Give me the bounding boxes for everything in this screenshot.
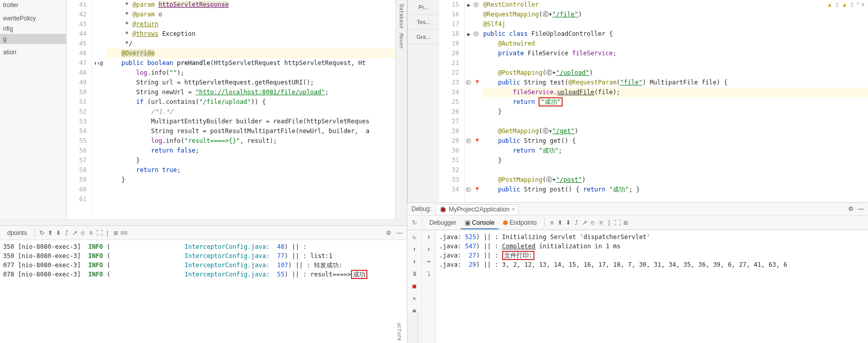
log-line: .java: 29) || : 3, 2, 12, 13, 14, 15, 16… [439, 260, 865, 269]
debug-label: Debug: [411, 205, 431, 212]
endpoints-tab[interactable]: dpoints [3, 227, 31, 239]
structure-side-tab[interactable]: ucture [397, 323, 402, 341]
log-line: .java: 27) || : 文件打印: [439, 251, 865, 260]
log-line: 350 [nio-8080-exec-3] INFO ( Interceptor… [3, 251, 404, 261]
debug-toolbar-icon[interactable]: ⛶ [613, 219, 622, 227]
debug-tab-console[interactable]: ▣ Console [461, 217, 499, 229]
debug-toolbar-icon[interactable]: ≡ [597, 219, 605, 227]
warning-icon[interactable]: ▲ [827, 2, 833, 8]
debug-action-icon[interactable]: ⏸ [410, 269, 419, 278]
vert-tab-project[interactable]: Pr... [408, 0, 439, 15]
left-side-tool-strip[interactable]: Database Maven [396, 0, 407, 219]
right-code-area[interactable]: @RestController@RequestMapping(ⓒ▾"/file"… [481, 0, 868, 202]
debug-toolbar-icon[interactable]: ≡ [548, 219, 556, 227]
nav-chevrons[interactable]: ^ ∨ [857, 1, 865, 8]
run-config-tab[interactable]: 🐞 MyProject2Application × [436, 204, 519, 214]
nav-item[interactable]: g [0, 34, 66, 44]
toolbar-icon[interactable]: ⬆ [46, 229, 54, 237]
left-console-output[interactable]: 350 [nio-8080-exec-3] INFO ( Interceptor… [0, 240, 407, 343]
gear-icon[interactable]: ⚙ [848, 205, 854, 212]
left-code-area[interactable]: * @param httpServletResponse * @param o … [105, 0, 396, 219]
bug-icon: 🐞 [439, 206, 447, 213]
vert-tab-tests[interactable]: Tes... [408, 15, 439, 30]
log-line: .java: 547) || : Completed initializatio… [439, 242, 865, 251]
left-gutter: 4142434445464748495051525354555657585960… [67, 0, 92, 219]
toolbar-icon[interactable]: ⎋ [79, 229, 87, 237]
debug-toolbar: ↻ Debugger▣ Console⬢ Endpoints ≡⬆⬇⤴↗⎋≡|⛶… [407, 216, 868, 230]
gear-icon[interactable]: ⚙ [384, 229, 392, 237]
right-tool-tabs: Pr... Tes... Gra... [407, 0, 439, 202]
debug-toolbar-icon[interactable]: | [605, 219, 613, 227]
debug-toolbar-icon[interactable]: ≣ [622, 219, 630, 227]
debug-tab-debugger[interactable]: Debugger [425, 217, 461, 228]
toolbar-icon[interactable]: ≡ [87, 229, 95, 237]
close-icon[interactable]: × [511, 206, 515, 213]
left-console-toolbar: dpoints ↻⬆⬇⤴↗⎋≡⛶|≣≡≡ ⚙ — [0, 226, 407, 240]
minimize-icon[interactable]: — [858, 205, 864, 212]
toolbar-icon[interactable]: ↗ [71, 229, 79, 237]
minimize-icon[interactable]: — [396, 229, 404, 237]
nav-item[interactable]: troller [0, 0, 66, 10]
right-gutter-marks: ▶ ⓒ▶ ⓒⓒ 📍ⓒ 📍ⓒ 📍 [465, 0, 481, 202]
inspection-badges[interactable]: ▲1 ▲1 ^ ∨ [827, 1, 865, 8]
debug-tab-endpoints[interactable]: ⬢ Endpoints [499, 217, 541, 228]
toolbar-icon[interactable]: ⤴ [63, 229, 71, 237]
toolbar-icon[interactable]: ≣ [112, 229, 120, 237]
run-config-name: MyProject2Application [449, 206, 510, 213]
debug-toolbar-icon[interactable]: ↗ [581, 219, 589, 227]
nav-item[interactable]: ation [0, 47, 66, 57]
debug-header: Debug: 🐞 MyProject2Application × ⚙ — [407, 202, 868, 216]
toolbar-icon[interactable]: | [104, 229, 112, 237]
project-nav-sidebar[interactable]: trollerewritePolicynfiggation [0, 0, 67, 219]
log-line: 077 [nio-8080-exec-3] INFO ( Interceptor… [3, 261, 404, 270]
toolbar-icon[interactable]: ⛶ [95, 229, 104, 237]
debug-action-icon[interactable]: ⨯ [410, 294, 419, 303]
vert-tab-gradle[interactable]: Gra... [408, 30, 439, 45]
right-editor[interactable]: 1516171819202122232425262728293031323334… [439, 0, 868, 202]
left-bottom-panel: dpoints ↻⬆⬇⤴↗⎋≡⛶|≣≡≡ ⚙ — 350 [nio-8080-e… [0, 225, 407, 343]
debug-toolbar-icon[interactable]: ⬆ [556, 219, 564, 227]
right-gutter: 1516171819202122232425262728293031323334 [439, 0, 465, 202]
toolbar-icon[interactable]: ⬇ [54, 229, 63, 237]
nav-item[interactable]: ewritePolicy [0, 13, 66, 24]
side-tab-database[interactable]: Database [399, 2, 404, 31]
rerun-icon[interactable]: ↻ [410, 219, 419, 227]
log-line: 078 [nio-8080-exec-3] INFO ( Interceptor… [3, 270, 404, 279]
log-line: .java: 525) || : Initializing Servlet 'd… [439, 232, 865, 242]
toolbar-icon[interactable]: ↻ [38, 229, 46, 237]
debug-action-icon[interactable]: ⬇ [410, 257, 419, 266]
left-editor[interactable]: 4142434445464748495051525354555657585960… [67, 0, 396, 219]
right-console-output[interactable]: .java: 525) || : Initializing Servlet 'd… [436, 230, 868, 343]
side-tab-maven[interactable]: Maven [399, 31, 404, 50]
debug-action-icon[interactable]: ■ [410, 282, 419, 291]
toolbar-icon[interactable]: ≡≡ [120, 229, 128, 237]
debug-action-icon[interactable]: ⤵ [424, 269, 433, 278]
debug-actions-left2: ⬆⬇⬌⤵ [422, 230, 436, 343]
debug-action-icon[interactable]: ⬆ [424, 232, 433, 242]
debug-action-icon[interactable]: ⬇ [424, 245, 433, 254]
warning-count-1: 1 [836, 2, 839, 8]
log-line: 350 [nio-8080-exec-3] INFO ( Interceptor… [3, 242, 404, 251]
left-gutter-marks: ⬆↑@ [92, 0, 105, 219]
debug-toolbar-icon[interactable]: ⎋ [589, 219, 597, 227]
warning-count-2: 1 [851, 2, 854, 8]
debug-toolbar-icon[interactable]: ⤴ [572, 219, 581, 227]
debug-action-icon[interactable]: ↻ [410, 232, 419, 242]
left-editor-hscroll[interactable] [0, 219, 407, 225]
debug-action-icon[interactable]: ⬌ [424, 257, 433, 266]
nav-item[interactable]: nfig [0, 24, 66, 34]
warning-icon[interactable]: ▲ [842, 2, 848, 8]
debug-action-icon[interactable]: ⬆ [410, 245, 419, 254]
debug-toolbar-icon[interactable]: ⬇ [564, 219, 572, 227]
